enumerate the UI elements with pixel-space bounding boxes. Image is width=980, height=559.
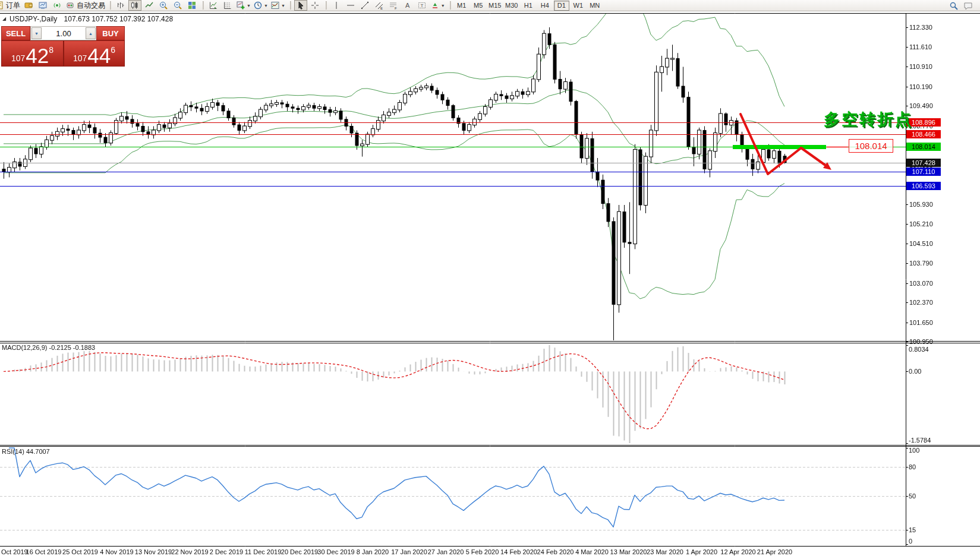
date-axis-label: 13 Mar 2020 [610, 548, 647, 555]
new-order-label: 订单 [6, 1, 20, 11]
tile-windows-button[interactable] [185, 0, 198, 11]
crosshair-button[interactable] [308, 0, 322, 11]
y-axis-tick-label: 100.950 [909, 338, 933, 345]
timeframe-d1-button[interactable]: D1 [554, 1, 569, 11]
timeframe-m30-button[interactable]: M30 [504, 1, 519, 11]
macd-axis-label: 0.8034 [909, 346, 929, 353]
date-axis-label: 1 Apr 2020 [686, 548, 717, 555]
cursor-icon [296, 1, 305, 10]
sell-button[interactable]: SELL [1, 26, 30, 40]
chart-title-symbol: USDJPY-,Daily [10, 15, 57, 23]
sell-price-point: 8 [49, 45, 53, 55]
y-axis-tick-label: 105.930 [909, 201, 933, 208]
chart-canvas[interactable] [0, 0, 980, 559]
date-axis-label: 4 Mar 2020 [575, 548, 609, 555]
date-axis-label: 21 Apr 2020 [757, 548, 792, 555]
y-axis-tick-label: 112.330 [909, 24, 932, 31]
auto-trading-icon [65, 1, 75, 10]
rsi-axis-label: 50 [909, 492, 916, 500]
toolbar-right-icons [947, 1, 975, 11]
turning-point-annotation: 多空转折点 [824, 109, 913, 130]
volume-increase-button[interactable]: ▲ [86, 27, 96, 39]
timeframe-mn-button[interactable]: MN [587, 1, 603, 11]
y-axis-tick-label: 101.650 [909, 319, 933, 326]
zoom-in-icon [159, 1, 168, 10]
y-axis-tick-label: 105.210 [909, 220, 933, 228]
templates-button[interactable]: ▼ [270, 0, 286, 11]
date-axis-label: 23 Mar 2020 [647, 548, 683, 555]
toolbar-separator [290, 1, 291, 10]
timeframe-m5-button[interactable]: M5 [471, 1, 486, 11]
search-button[interactable] [947, 1, 960, 11]
timeframe-m1-button[interactable]: M1 [454, 1, 469, 11]
search-icon [949, 1, 959, 11]
volume-value[interactable]: 1.00 [42, 29, 85, 38]
market-watch-button[interactable] [36, 0, 49, 11]
buy-price-figure: 107 [73, 53, 87, 63]
svg-text:A: A [405, 2, 410, 9]
wallet-button[interactable] [22, 0, 35, 11]
candlestick-button[interactable] [128, 0, 141, 11]
date-axis-label: 17 Jan 2020 [391, 548, 427, 555]
macd-name: MACD(12,26,9) [2, 344, 47, 351]
indicator-window-icon [209, 1, 218, 10]
y-axis-tick-label: 102.370 [909, 299, 933, 306]
auto-trading-button[interactable]: 自动交易 [65, 0, 106, 11]
date-axis-label: Oct 2019 [1, 548, 28, 555]
volume-decrease-button[interactable]: ▼ [31, 27, 42, 39]
cycles-button[interactable] [221, 0, 234, 11]
timeframe-m15-button[interactable]: M15 [487, 1, 503, 11]
timeframe-h4-button[interactable]: H4 [537, 1, 553, 11]
wallet-icon [24, 1, 33, 10]
date-axis-label: 5 Feb 2020 [466, 548, 499, 555]
date-axis-label: 27 Jan 2020 [428, 548, 464, 555]
line-chart-button[interactable] [143, 0, 156, 11]
add-indicator-button[interactable]: ▼ [235, 0, 251, 11]
cursor-button[interactable] [294, 0, 307, 11]
text-button[interactable]: A [401, 0, 414, 11]
collapse-arrow-icon[interactable]: ◢ [2, 16, 6, 21]
buy-button[interactable]: BUY [96, 26, 125, 40]
date-axis-label: 14 Feb 2020 [500, 548, 537, 555]
timeframe-w1-button[interactable]: W1 [571, 1, 586, 11]
bar-chart-icon [116, 1, 125, 10]
cycles-icon [223, 1, 232, 10]
indicator-window-button[interactable] [207, 0, 220, 11]
trendline-button[interactable] [358, 0, 371, 11]
arrows-icon [430, 1, 440, 10]
arrows-button[interactable]: ▼ [430, 0, 446, 11]
chat-button[interactable] [962, 1, 975, 11]
volume-input[interactable]: ▼ 1.00 ▲ [30, 26, 97, 40]
date-axis-label: 13 Nov 2019 [135, 548, 172, 555]
auto-trading-label: 自动交易 [77, 1, 105, 11]
equidistant-channel-button[interactable]: E [373, 0, 386, 11]
toolbar-separator [326, 1, 327, 10]
timeframe-h1-button[interactable]: H1 [521, 1, 536, 11]
zoom-in-button[interactable] [157, 0, 170, 11]
date-axis-label: 25 Oct 2019 [62, 548, 98, 555]
date-axis-label: 16 Oct 2019 [26, 548, 62, 555]
date-axis-label: 2 Dec 2019 [210, 548, 243, 555]
broadcast-button[interactable] [51, 0, 64, 11]
periods-button[interactable]: ▼ [253, 0, 269, 11]
fibonacci-button[interactable]: F [387, 0, 400, 11]
horizontal-line-button[interactable] [344, 0, 357, 11]
tile-windows-icon [187, 1, 197, 10]
sell-price-figure: 107 [11, 53, 25, 63]
new-order-icon [0, 1, 4, 10]
price-tag: 108.014 [906, 143, 941, 151]
bar-chart-button[interactable] [114, 0, 127, 11]
text-icon: A [403, 1, 412, 10]
buy-price-button[interactable]: 107446 [64, 40, 125, 67]
new-order-button[interactable]: 订单 [0, 0, 21, 11]
vertical-line-button[interactable] [330, 0, 343, 11]
text-label-button[interactable]: T [415, 0, 428, 11]
price-tag: 107.428 [906, 159, 941, 167]
macd-indicator-label: MACD(12,26,9) -0.2125 -0.1883 [2, 344, 95, 351]
date-axis-label: 11 Dec 2019 [245, 548, 282, 555]
date-axis-label: 4 Nov 2019 [100, 548, 133, 555]
sell-price-button[interactable]: 107428 [1, 40, 64, 67]
toolbar-separator [110, 1, 111, 10]
toolbar-separator [450, 1, 451, 10]
zoom-out-button[interactable] [171, 0, 184, 11]
